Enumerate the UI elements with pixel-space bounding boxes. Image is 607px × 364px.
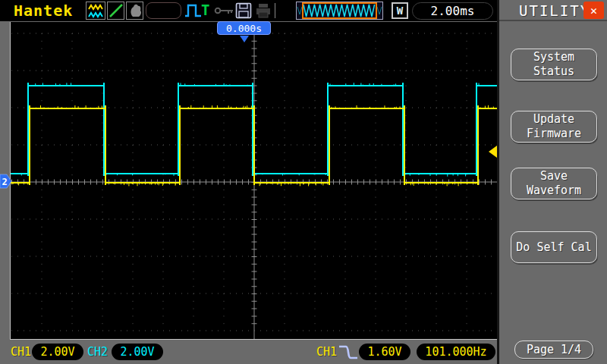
do-self-cal-button[interactable]: Do Self Cal bbox=[511, 231, 597, 263]
button-line: System bbox=[533, 50, 574, 64]
button-line: Firmware bbox=[527, 127, 581, 141]
utility-panel: UTILITY ✕ System Status Update Firmware … bbox=[497, 0, 607, 364]
ch1-label: CH1 bbox=[11, 340, 31, 364]
page-button[interactable]: Page 1/4 bbox=[514, 340, 593, 359]
scope-display: 2 0.000s bbox=[10, 22, 497, 340]
button-line: Do Self Cal bbox=[516, 240, 591, 255]
preview-wave-icon bbox=[297, 2, 382, 19]
status-bar: CH1 2.00V CH2 2.00V CH1 1.60V 101.000Hz bbox=[0, 340, 497, 364]
frequency-readout: 101.000Hz bbox=[417, 344, 495, 360]
system-status-button[interactable]: System Status bbox=[511, 49, 597, 80]
channel-waveform-button[interactable] bbox=[86, 2, 105, 20]
button-line: Waveform bbox=[527, 184, 581, 198]
close-button[interactable]: ✕ bbox=[583, 2, 604, 19]
hantek-logo: Hantek bbox=[14, 2, 73, 20]
trigger-level-marker[interactable] bbox=[489, 146, 497, 158]
panel-title: UTILITY bbox=[519, 2, 590, 19]
ramp-icon bbox=[109, 2, 124, 19]
trigger-source-label: CH1 bbox=[316, 340, 337, 364]
top-toolbar: Hantek T W 2.00ms bbox=[0, 0, 497, 21]
save-waveform-button[interactable]: Save Waveform bbox=[511, 168, 597, 199]
trigger-menu-icon[interactable]: T bbox=[201, 2, 209, 18]
ch1-volts-readout: 2.00V bbox=[32, 344, 83, 360]
dual-wave-icon bbox=[87, 2, 105, 19]
window-mode-button[interactable]: W bbox=[392, 2, 408, 19]
svg-text:2: 2 bbox=[2, 177, 7, 187]
time-position-marker[interactable]: 0.000s bbox=[217, 21, 271, 35]
scope-canvas: 2 bbox=[11, 23, 497, 339]
pulse-icon[interactable] bbox=[184, 3, 202, 18]
update-firmware-button[interactable]: Update Firmware bbox=[511, 111, 597, 143]
ramp-button[interactable] bbox=[107, 2, 124, 20]
close-icon: ✕ bbox=[590, 4, 597, 17]
waveform-preview[interactable] bbox=[296, 2, 383, 20]
hand-button[interactable] bbox=[126, 2, 143, 20]
panel-header: UTILITY ✕ bbox=[499, 0, 607, 21]
button-line: Save bbox=[540, 169, 568, 184]
markers[interactable]: 2 bbox=[0, 36, 497, 188]
key-icon[interactable] bbox=[214, 5, 234, 16]
print-icon[interactable] bbox=[255, 2, 272, 19]
empty-tool-slot bbox=[146, 2, 181, 19]
falling-edge-icon bbox=[337, 343, 360, 361]
save-icon[interactable] bbox=[235, 2, 252, 19]
trigger-level-readout: 1.60V bbox=[359, 344, 410, 360]
timebase-readout: 2.00ms bbox=[412, 2, 493, 20]
ch2-label: CH2 bbox=[87, 340, 108, 364]
time-marker-pointer[interactable] bbox=[240, 36, 249, 42]
ch2-position-marker[interactable]: 2 bbox=[0, 174, 11, 188]
button-line: Status bbox=[533, 64, 574, 79]
button-line: Update bbox=[533, 112, 574, 127]
ch2-volts-readout: 2.00V bbox=[112, 344, 163, 360]
hand-icon bbox=[127, 2, 143, 19]
toolbar-separator bbox=[275, 3, 275, 18]
